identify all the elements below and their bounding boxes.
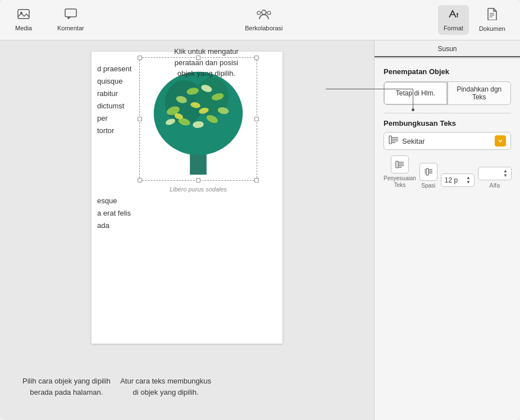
- callout-top: Klik untuk mengatur perataan dan posisi …: [174, 46, 239, 79]
- alfa-stepper[interactable]: ▲ ▼: [503, 169, 508, 178]
- placement-button-group: Tetap di Hlm. Pindahkan dgn Teks: [384, 81, 511, 105]
- divider1: [384, 113, 511, 113]
- app-window: Media Komentar Berkolaborasi: [0, 0, 520, 420]
- text-line-5: per: [97, 112, 131, 125]
- spasi-stepper[interactable]: ▲ ▼: [466, 176, 471, 185]
- page-text-left: d praesent quisque rabitur dictumst per …: [97, 63, 131, 138]
- toolbar-right: Format Dokumen: [438, 4, 511, 35]
- handle-bl[interactable]: [138, 178, 142, 182]
- svg-rect-29: [389, 136, 391, 144]
- format-button[interactable]: Format: [438, 5, 469, 35]
- callout-bottom-left: Pilih cara objek yang dipilih berada pad…: [22, 376, 111, 398]
- alfa-input[interactable]: ▲ ▼: [478, 167, 512, 180]
- toolbar-center: Berkolaborasi: [239, 5, 288, 35]
- toolbar: Media Komentar Berkolaborasi: [0, 0, 520, 40]
- spasi-label: Spasi: [421, 182, 435, 189]
- alfa-input-group: ▲ ▼ Alfa: [478, 167, 512, 189]
- text-below-2: a erat felis: [97, 207, 131, 220]
- panel-content: Penempatan Objek Tetap di Hlm. Pindahkan…: [375, 58, 520, 420]
- alfa-value: [482, 170, 483, 177]
- text-line-1: d praesent: [97, 63, 131, 75]
- text-line-4: dictumst: [97, 100, 131, 112]
- spasi-btn[interactable]: [419, 163, 437, 181]
- svg-rect-34: [396, 161, 398, 168]
- callout-h-line: [326, 89, 413, 89]
- svg-point-5: [267, 11, 271, 15]
- handle-mr[interactable]: [254, 117, 259, 121]
- handle-tl[interactable]: [138, 56, 142, 60]
- alfa-down[interactable]: ▼: [503, 174, 508, 178]
- toolbar-left: Media Komentar: [9, 5, 90, 35]
- spasi-input-group: 12 p ▲ ▼: [441, 174, 475, 189]
- berkolaborasi-label: Berkolaborasi: [245, 25, 282, 31]
- svg-rect-0: [18, 10, 29, 19]
- wrap-stepper[interactable]: [495, 135, 506, 147]
- callout-top-text: Klik untuk mengatur perataan dan posisi …: [174, 47, 239, 77]
- alfa-label: Alfa: [489, 182, 500, 189]
- controls-row: PenyesuaianTeks Spasi 12 p: [384, 156, 511, 189]
- svg-rect-39: [426, 168, 428, 175]
- text-line-6: tortor: [97, 125, 131, 137]
- format-icon: [447, 8, 459, 22]
- dokumen-button[interactable]: Dokumen: [473, 4, 511, 35]
- callout-dot: [412, 108, 414, 111]
- penyesuaian-btn-1[interactable]: [391, 156, 409, 174]
- text-line-2: quisque: [97, 75, 131, 88]
- spasi-down[interactable]: ▼: [466, 180, 471, 185]
- handle-br[interactable]: [254, 178, 259, 182]
- dokumen-icon: [486, 8, 498, 23]
- page-text-below: esque a erat felis ada: [97, 195, 131, 232]
- dokumen-label: Dokumen: [479, 25, 505, 32]
- text-below-1: esque: [97, 195, 131, 207]
- svg-rect-2: [65, 9, 76, 17]
- callout-line: [413, 89, 413, 110]
- format-label: Format: [444, 25, 463, 31]
- callout-bottom-right: Atur cara teks membungkus di objek yang …: [120, 376, 211, 398]
- btn-pindah[interactable]: Pindahkan dgn Teks: [448, 81, 512, 105]
- komentar-icon: [65, 8, 77, 22]
- svg-point-4: [257, 11, 261, 15]
- handle-tr[interactable]: [254, 56, 259, 60]
- wrap-select[interactable]: Sekitar: [384, 132, 511, 150]
- btn-tetap[interactable]: Tetap di Hlm.: [384, 81, 448, 105]
- komentar-button[interactable]: Komentar: [52, 5, 90, 35]
- wrap-option-label: Sekitar: [402, 137, 425, 145]
- right-panel: Susun Penempatan Objek Tetap di Hlm. Pin…: [374, 40, 520, 420]
- spasi-input[interactable]: 12 p ▲ ▼: [441, 174, 475, 187]
- text-below-3: ada: [97, 220, 131, 232]
- wrap-icon: [389, 135, 399, 147]
- svg-point-3: [262, 10, 266, 15]
- tab-susun[interactable]: Susun: [375, 42, 520, 57]
- handle-bm[interactable]: [196, 178, 200, 182]
- berkolaborasi-icon: [257, 8, 271, 22]
- panel-tabs: Susun: [375, 40, 520, 58]
- section1-title: Penempatan Objek: [384, 67, 511, 76]
- media-label: Media: [15, 25, 32, 31]
- berkolaborasi-button[interactable]: Berkolaborasi: [239, 5, 288, 35]
- wrap-select-left: Sekitar: [389, 135, 425, 147]
- document-area: d praesent quisque rabitur dictumst per …: [0, 40, 374, 420]
- image-caption: Libero purus sodales: [140, 186, 257, 193]
- media-button[interactable]: Media: [9, 5, 38, 35]
- handle-ml[interactable]: [138, 117, 142, 121]
- page: d praesent quisque rabitur dictumst per …: [92, 52, 282, 344]
- main-content: d praesent quisque rabitur dictumst per …: [0, 40, 520, 420]
- text-line-3: rabitur: [97, 88, 131, 100]
- media-icon: [17, 8, 30, 22]
- penyesuaian-label: PenyesuaianTeks: [384, 175, 416, 189]
- komentar-label: Komentar: [57, 25, 84, 31]
- section2-title: Pembungkusan Teks: [384, 119, 511, 127]
